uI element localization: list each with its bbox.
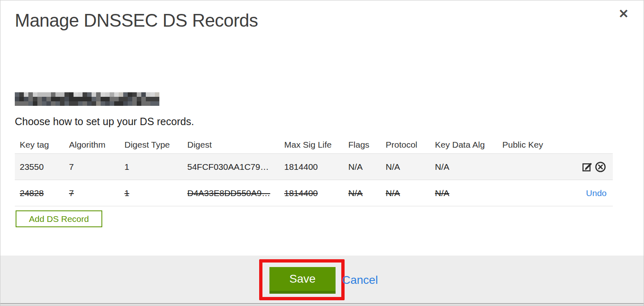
cell-max-sig-life: 1814400 [279, 162, 343, 172]
col-header-key-tag: Key tag [15, 140, 64, 150]
page-behind-strip [0, 304, 644, 306]
undo-link[interactable]: Undo [586, 188, 607, 198]
edit-icon[interactable] [582, 161, 594, 173]
cell-algorithm: 7 [64, 188, 120, 198]
row-actions: Undo [566, 188, 613, 198]
add-ds-record-button[interactable]: Add DS Record [16, 210, 102, 227]
cell-key-tag: 24828 [15, 188, 64, 198]
cell-digest: D4A33E8DD550A9… [182, 188, 279, 198]
cell-key-data-alg: N/A [430, 188, 497, 198]
col-header-public-key: Public Key [497, 140, 566, 150]
cell-flags: N/A [343, 162, 381, 172]
col-header-max-sig-life: Max Sig Life [279, 140, 343, 150]
cell-protocol: N/A [381, 188, 430, 198]
table-header-row: Key tag Algorithm Digest Type Digest Max… [15, 136, 613, 153]
cell-algorithm: 7 [64, 162, 120, 172]
cancel-link[interactable]: Cancel [342, 274, 378, 287]
cell-key-tag: 23550 [15, 162, 64, 172]
cell-max-sig-life: 1814400 [279, 188, 343, 198]
ds-records-table: Key tag Algorithm Digest Type Digest Max… [15, 136, 613, 206]
delete-icon[interactable] [594, 161, 607, 173]
col-header-algorithm: Algorithm [64, 140, 120, 150]
instruction-text: Choose how to set up your DS records. [15, 116, 194, 128]
row-actions [566, 161, 613, 173]
redacted-domain-name [15, 92, 159, 106]
manage-dnssec-modal: Manage DNSSEC DS Records ✕ Choose how to… [0, 0, 644, 306]
table-body: 23550 7 1 54FCF030AA1C79… 1814400 N/A N/… [15, 153, 613, 206]
col-header-key-data-alg: Key Data Alg [430, 140, 497, 150]
save-button[interactable]: Save [269, 267, 336, 294]
col-header-protocol: Protocol [381, 140, 430, 150]
cell-protocol: N/A [381, 162, 430, 172]
cell-digest: 54FCF030AA1C79… [182, 162, 279, 172]
cell-flags: N/A [343, 188, 381, 198]
table-row: 24828 7 1 D4A33E8DD550A9… 1814400 N/A N/… [15, 180, 613, 206]
cell-digest-type: 1 [120, 162, 182, 172]
col-header-digest-type: Digest Type [120, 140, 182, 150]
close-icon[interactable]: ✕ [619, 8, 629, 20]
cell-key-data-alg: N/A [430, 162, 497, 172]
table-row: 23550 7 1 54FCF030AA1C79… 1814400 N/A N/… [15, 153, 613, 180]
cell-digest-type: 1 [120, 188, 182, 198]
page-title: Manage DNSSEC DS Records [15, 10, 258, 31]
col-header-flags: Flags [343, 140, 381, 150]
col-header-digest: Digest [182, 140, 279, 150]
